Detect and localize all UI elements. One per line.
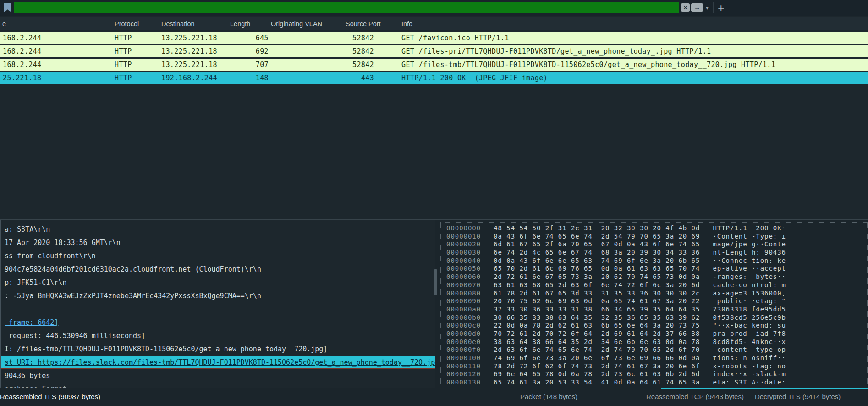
hex-bytes-ascii: 0d 0a 43 6f 6e 6e 65 63 74 69 6f 6e 3a 2… [481, 257, 786, 264]
tab-reassembled-tcp[interactable]: Reassembled TCP (9443 bytes) [646, 388, 744, 406]
packet-row[interactable]: 168.2.244HTTP13.225.221.1869252842GET /f… [0, 45, 868, 57]
detail-line[interactable]: ss from cloudfront\r\n [0, 250, 435, 263]
cell-source-port: 52842 [333, 32, 374, 44]
close-icon: × [684, 4, 687, 11]
packet-details-pane: a: S3TA\r\n17 Apr 2020 18:33:56 GMT\r\ns… [0, 220, 435, 406]
column-header-source[interactable]: e [2, 17, 6, 30]
hex-dump-pane[interactable]: 00000000 48 54 54 50 2f 31 2e 31 20 32 3… [446, 224, 786, 387]
hex-row[interactable]: 00000100 74 69 6f 6e 73 3a 20 6e 6f 73 6… [446, 354, 786, 362]
clear-filter-button[interactable]: × [681, 3, 690, 12]
hex-offset: 00000090 [446, 297, 481, 305]
display-filter-toolbar: http.request.full_uri contains "https://… [0, 0, 868, 16]
details-pane-edge [0, 220, 1, 406]
hex-bytes-ascii: 6e 74 2d 4c 65 6e 67 74 68 3a 20 39 30 3… [481, 249, 786, 256]
hex-row[interactable]: 00000010 0a 43 6f 6e 74 65 6e 74 2d 54 7… [446, 233, 786, 241]
arrow-right-icon: → [694, 4, 700, 11]
hex-offset: 00000000 [446, 224, 481, 232]
cell-source: 168.2.244 [3, 32, 41, 44]
tab-packet[interactable]: Packet (148 bytes) [520, 388, 577, 406]
hex-row[interactable]: 00000030 6e 74 2d 4c 65 6e 67 74 68 3a 2… [446, 249, 786, 257]
filter-bookmark-button[interactable] [3, 2, 13, 13]
hex-row[interactable]: 00000070 63 61 63 68 65 2d 63 6f 6e 74 7… [446, 281, 786, 289]
display-filter-input[interactable]: http.request.full_uri contains "https://… [14, 2, 679, 13]
detail-line[interactable]: request: 446.530946 milliseconds] [0, 329, 435, 343]
hex-offset: 00000130 [446, 378, 481, 386]
hex-bytes-ascii: 0a 43 6f 6e 74 65 6e 74 2d 54 79 70 65 3… [481, 233, 786, 240]
column-header-length[interactable]: Length [230, 17, 250, 30]
hex-row[interactable]: 000000d0 70 72 61 2d 70 72 6f 64 2d 69 6… [446, 330, 786, 338]
hex-row[interactable]: 00000090 20 70 75 62 6c 69 63 0d 0a 65 7… [446, 297, 786, 306]
detail-line[interactable]: 90436 bytes [0, 369, 435, 383]
add-filter-button[interactable]: + [718, 0, 725, 15]
hex-offset: 00000100 [446, 354, 481, 362]
cell-source-port: 52842 [333, 59, 374, 71]
hex-row[interactable]: 00000120 69 6e 64 65 78 0d 0a 78 2d 73 6… [446, 370, 786, 378]
hex-bytes-ascii: 70 72 61 2d 70 72 6f 64 2d 69 61 64 2d 3… [481, 330, 786, 337]
hex-row[interactable]: 00000050 65 70 2d 61 6c 69 76 65 0d 0a 6… [446, 265, 786, 273]
hex-offset: 00000040 [446, 257, 481, 264]
selected-field-request-uri[interactable]: st URI: https://files.slack.com/files-tm… [0, 356, 435, 369]
plus-icon: + [718, 1, 725, 14]
packet-row[interactable]: 168.2.244HTTP13.225.221.1864552842GET /f… [0, 32, 868, 44]
hex-row[interactable]: 000000a0 37 33 30 36 33 33 31 38 66 34 6… [446, 306, 786, 314]
detail-line[interactable]: p: JFK51-C1\r\n [0, 276, 435, 289]
hex-row[interactable]: 00000110 78 2d 72 6f 62 6f 74 73 2d 74 6… [446, 362, 786, 371]
tab-decrypted-tls[interactable]: Decrypted TLS (9414 bytes) [755, 388, 841, 406]
cell-info: GET /favicon.ico HTTP/1.1 [401, 32, 509, 44]
hex-row[interactable]: 000000e0 38 63 64 38 66 64 35 2d 34 6e 6… [446, 338, 786, 346]
hex-bytes-ascii: 38 63 64 38 66 64 35 2d 34 6e 6b 6e 63 0… [481, 338, 786, 345]
hex-bytes-ascii: 74 69 6f 6e 73 3a 20 6e 6f 73 6e 69 66 6… [481, 354, 786, 362]
hex-bytes-ascii: 78 2d 72 6f 62 6f 74 73 2d 74 61 67 3a 2… [481, 362, 786, 370]
hex-row[interactable]: 00000040 0d 0a 43 6f 6e 6e 65 63 74 69 6… [446, 257, 786, 265]
cell-destination: 13.225.221.18 [161, 59, 217, 71]
cell-info: GET /files-tmb/TTL7QHDUJ-F011PDVK8TD-115… [401, 59, 775, 71]
column-header-destination[interactable]: Destination [161, 17, 195, 30]
cell-source: 168.2.244 [3, 45, 41, 57]
hex-offset: 000000e0 [446, 338, 481, 345]
hex-row[interactable]: 00000130 65 74 61 3a 20 53 33 54 41 0d 0… [446, 378, 786, 387]
hex-offset: 00000010 [446, 233, 481, 240]
detail-line[interactable]: a: S3TA\r\n [0, 223, 435, 236]
hex-offset: 000000f0 [446, 346, 481, 353]
frame-link[interactable]: frame: 6642] [0, 316, 435, 329]
hex-bytes-ascii: 65 70 2d 61 6c 69 76 65 0d 0a 61 63 63 6… [481, 265, 786, 272]
detail-line[interactable]: I: /files-tmb/TTL7QHDUJ-F011PDVK8TD-1150… [0, 343, 435, 356]
hex-offset: 00000020 [446, 240, 481, 248]
detail-line[interactable]: : -5Jya_BnHQXA3wEJzZxPJT4znebe3AMrEc4342… [0, 289, 435, 303]
cell-length: 707 [230, 59, 269, 71]
hex-bytes-ascii: 22 0d 0a 78 2d 62 61 63 6b 65 6e 64 3a 2… [481, 322, 786, 329]
hex-offset: 00000110 [446, 362, 481, 370]
cell-destination: 13.225.221.18 [161, 45, 217, 57]
tab-reassembled-tls[interactable]: Reassembled TLS (90987 bytes) [0, 388, 100, 406]
hex-offset: 000000d0 [446, 330, 481, 337]
filter-history-dropdown[interactable]: ▾ [706, 4, 709, 12]
hex-row[interactable]: 000000b0 30 66 35 33 38 63 64 35 32 35 3… [446, 314, 786, 322]
column-header-info[interactable]: Info [401, 17, 412, 30]
hex-bytes-ascii: 2d 63 6f 6e 74 65 6e 74 2d 74 79 70 65 2… [481, 346, 786, 353]
toolbar-separator [713, 2, 714, 13]
column-header-source-port[interactable]: Source Port [346, 17, 381, 30]
packet-row[interactable]: 168.2.244HTTP13.225.221.1870752842GET /f… [0, 59, 868, 71]
hex-bytes-ascii: 48 54 54 50 2f 31 2e 31 20 32 30 30 20 4… [481, 224, 786, 232]
detail-line[interactable] [0, 303, 435, 316]
apply-filter-button[interactable]: → [691, 3, 703, 12]
hex-bytes-ascii: 65 74 61 3a 20 53 33 54 41 0d 0a 64 61 7… [481, 378, 786, 386]
wireshark-window: http.request.full_uri contains "https://… [0, 0, 868, 406]
detail-line[interactable]: 904c7e5824a04d6bf201cd6310ac2a.cloudfron… [0, 263, 435, 276]
hex-row[interactable]: 000000f0 2d 63 6f 6e 74 65 6e 74 2d 74 7… [446, 346, 786, 354]
column-header-protocol[interactable]: Protocol [115, 17, 139, 30]
detail-line[interactable]: 17 Apr 2020 18:33:56 GMT\r\n [0, 236, 435, 250]
hex-row[interactable]: 00000020 6d 61 67 65 2f 6a 70 65 67 0d 0… [446, 240, 786, 249]
chevron-down-icon: ▾ [706, 5, 709, 11]
details-scrollbar-thumb[interactable] [434, 269, 437, 295]
hex-row[interactable]: 00000000 48 54 54 50 2f 31 2e 31 20 32 3… [446, 224, 786, 233]
hex-offset: 00000030 [446, 249, 481, 256]
hex-row[interactable]: 00000060 2d 72 61 6e 67 65 73 3a 20 62 7… [446, 273, 786, 281]
hex-offset: 00000080 [446, 289, 481, 297]
hex-row[interactable]: 000000c0 22 0d 0a 78 2d 62 61 63 6b 65 6… [446, 322, 786, 330]
column-header-originating-vlan[interactable]: Originating VLAN [271, 17, 322, 30]
hex-row[interactable]: 00000080 61 78 2d 61 67 65 3d 33 31 35 3… [446, 289, 786, 298]
packet-row[interactable]: 25.221.18HTTP192.168.2.244148443HTTP/1.1… [0, 72, 868, 84]
cell-source-port: 52842 [333, 45, 374, 57]
hex-bytes-ascii: 6d 61 67 65 2f 6a 70 65 67 0d 0a 43 6f 6… [481, 240, 786, 248]
